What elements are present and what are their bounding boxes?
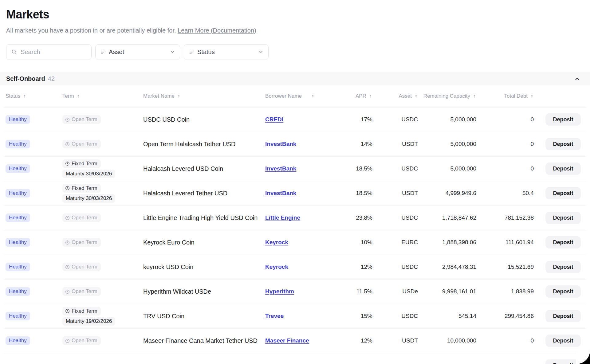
deposit-button[interactable]: Deposit [545, 285, 581, 298]
search-input[interactable] [20, 48, 86, 56]
total-debt-value: 50.4 [476, 190, 534, 197]
asset-filter-dropdown[interactable]: Asset [95, 44, 180, 60]
deposit-button[interactable]: Deposit [545, 335, 581, 347]
apr-value: 23.8% [333, 214, 372, 221]
status-filter-dropdown[interactable]: Status [184, 44, 269, 60]
borrower-link[interactable]: Little Engine [265, 214, 300, 221]
table-row: Healthy Open Term Maseer Finance Cana Ma… [4, 329, 586, 353]
market-name: keyrock USD Coin [143, 264, 265, 271]
column-header-apr[interactable]: APR [333, 93, 372, 99]
status-badge: Healthy [6, 336, 30, 345]
term-label: Open Term [72, 141, 97, 147]
asset-value: USDT [372, 337, 418, 344]
deposit-button[interactable]: Deposit [545, 236, 581, 249]
chevron-up-icon [574, 76, 580, 82]
column-header-borrower-name[interactable]: Borrower Name [265, 93, 333, 99]
status-badge: Healthy [6, 312, 30, 320]
market-name: Keyrock Euro Coin [143, 239, 265, 246]
sort-icon [369, 94, 372, 98]
term-label: Open Term [72, 215, 97, 221]
market-name: Maseer Finance Cana Market Tether USD [143, 337, 265, 344]
total-debt-value: 0 [476, 165, 534, 172]
term-label: Open Term [72, 288, 97, 295]
table-body: Healthy Open Term USDC USD Coin CREDI 17… [4, 108, 586, 353]
deposit-button[interactable]: Deposit [545, 212, 581, 224]
total-debt-value: 0 [476, 141, 534, 147]
deposit-button[interactable]: Deposit [545, 162, 581, 175]
borrower-link[interactable]: Trevee [265, 313, 284, 319]
status-badge: Healthy [6, 213, 30, 222]
markets-table: Status Term Market Name Borrower Name AP… [4, 85, 586, 364]
status-badge: Healthy [6, 189, 30, 198]
column-header-remaining-capacity[interactable]: Remaining Capacity [418, 93, 476, 99]
filters-bar: Asset Status [6, 44, 584, 60]
term-label: Fixed Term [72, 161, 97, 167]
borrower-link[interactable]: Hyperithm [265, 288, 294, 295]
borrower-link[interactable]: Keyrock [265, 264, 288, 270]
column-header-status[interactable]: Status [6, 93, 62, 99]
term-label: Fixed Term [72, 185, 97, 191]
collapse-section-button[interactable] [573, 75, 581, 83]
deposit-button[interactable]: Deposit [545, 113, 581, 126]
apr-value: 15% [333, 313, 372, 319]
page-title: Markets [6, 8, 584, 22]
status-filter-label: Status [197, 49, 255, 56]
clock-icon [65, 240, 70, 245]
screenshot-rounded-corner [576, 350, 590, 364]
page-header: Markets All markets you have a position … [0, 0, 590, 60]
status-badge: Healthy [6, 140, 30, 148]
market-name: USDC USD Coin [143, 116, 265, 123]
borrower-link[interactable]: CREDI [265, 116, 283, 123]
remaining-capacity-value: 545.14 [418, 313, 476, 319]
search-box[interactable] [6, 44, 92, 60]
apr-value: 12% [333, 337, 372, 344]
sort-icon [77, 94, 80, 98]
asset-value: EURC [372, 239, 418, 246]
table-row: Healthy Open Term Little Engine Trading … [4, 206, 586, 230]
column-header-asset[interactable]: Asset [372, 93, 418, 99]
apr-value: 18.5% [333, 165, 372, 172]
remaining-capacity-value: 2,984,478.31 [418, 264, 476, 270]
borrower-link[interactable]: Keyrock [265, 239, 288, 245]
term-pill: Fixed Term [62, 307, 101, 315]
deposit-button[interactable]: Deposit [545, 187, 581, 199]
deposit-button[interactable]: Deposit [545, 138, 581, 150]
borrower-link[interactable]: InvestBank [265, 165, 296, 172]
term-label: Open Term [72, 338, 97, 344]
deposit-button[interactable]: Deposit [545, 261, 581, 273]
borrower-link[interactable]: InvestBank [265, 141, 296, 147]
clock-icon [65, 289, 70, 294]
apr-value: 18.5% [333, 190, 372, 197]
borrower-link[interactable]: InvestBank [265, 190, 296, 196]
status-badge: Healthy [6, 287, 30, 296]
remaining-capacity-value: 1,888,398.06 [418, 239, 476, 246]
maturity-pill: Maturity 30/03/2026 [62, 194, 115, 203]
total-debt-value: 0 [476, 337, 534, 344]
sort-icon [414, 94, 418, 98]
market-name: Halalcash Levered USD Coin [143, 165, 265, 172]
remaining-capacity-value: 9,998,161.01 [418, 288, 476, 295]
table-row: Healthy Open Term Keyrock Euro Coin Keyr… [4, 230, 586, 255]
sort-icon [530, 94, 534, 98]
clock-icon [65, 117, 70, 122]
term-label: Fixed Term [72, 308, 97, 314]
total-debt-value: 1,838.99 [476, 288, 534, 295]
status-badge: Healthy [6, 164, 30, 173]
deposit-button[interactable]: Deposit [545, 310, 581, 322]
term-label: Open Term [72, 264, 97, 270]
apr-value: 12% [333, 264, 372, 270]
column-header-total-debt[interactable]: Total Debt [476, 93, 534, 99]
chevron-down-icon [258, 49, 263, 54]
clock-icon [65, 161, 70, 166]
sort-icon [23, 94, 26, 98]
page-subtitle: All markets you have a position in or ar… [6, 26, 584, 34]
maturity-pill: Maturity 19/02/2026 [62, 317, 115, 326]
borrower-link[interactable]: Maseer Finance [265, 337, 309, 344]
column-header-market-name[interactable]: Market Name [143, 93, 265, 99]
total-debt-value: 781,152.38 [476, 214, 534, 221]
column-header-term[interactable]: Term [62, 93, 143, 99]
status-badge: Healthy [6, 115, 30, 124]
deposit-button[interactable]: Deposit [545, 359, 581, 364]
table-row: Healthy Open Term keyrock USD Coin Keyro… [4, 255, 586, 280]
documentation-link[interactable]: Learn More (Documentation) [178, 27, 256, 34]
